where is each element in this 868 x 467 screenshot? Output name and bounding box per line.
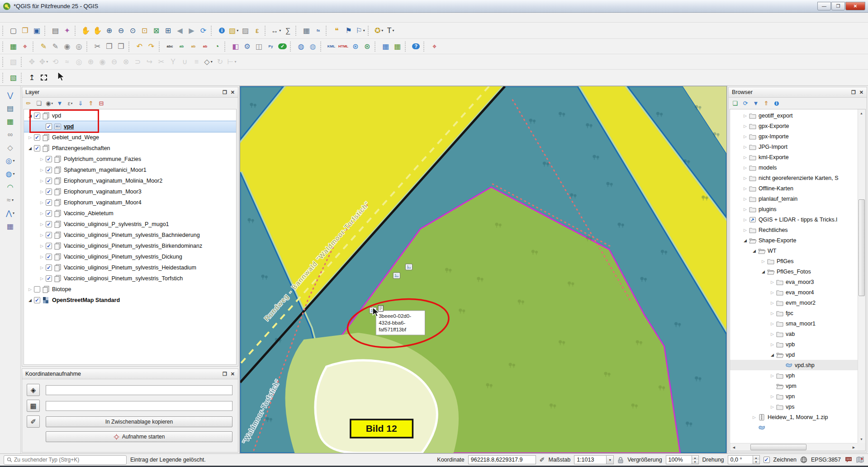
show-bookmarks-icon[interactable]: ⚐▾	[355, 25, 366, 36]
diagram-icon[interactable]: ◔	[211, 41, 223, 52]
layer-checkbox[interactable]: ✓	[46, 264, 52, 271]
rotation-input[interactable]	[728, 455, 753, 464]
expander-icon[interactable]: ▷	[38, 276, 45, 281]
menu-item[interactable]	[84, 17, 92, 19]
scroll-right-icon[interactable]: ▶	[850, 443, 858, 451]
expander-icon[interactable]: ▷	[742, 207, 749, 212]
menu-item[interactable]	[60, 17, 68, 19]
layer-row[interactable]: ◢ ✓ Pflanzengesellschaften	[24, 143, 236, 154]
expander-icon[interactable]: ◢	[27, 113, 33, 118]
magnifier-input[interactable]	[666, 455, 692, 464]
browser-row[interactable]: ◢ WT	[730, 245, 858, 256]
expander-icon[interactable]: ▷	[769, 394, 776, 399]
expander-icon[interactable]: ▷	[38, 233, 45, 237]
copy-features-icon[interactable]: ❐	[104, 41, 115, 52]
rotation-spinbox[interactable]: ▲▼	[728, 455, 760, 464]
browser-row[interactable]: ▷ geotiff_export	[730, 110, 858, 121]
menu-item[interactable]	[11, 17, 19, 19]
expander-icon[interactable]: ▷	[742, 113, 749, 118]
expander-icon[interactable]: ◢	[27, 298, 33, 302]
add-part-icon[interactable]: ⊕	[85, 56, 96, 67]
spin-down-icon[interactable]: ▼	[753, 460, 759, 464]
layer-row[interactable]: ▷ ✓ Polytrichum_commune_Fazies	[24, 154, 236, 165]
globe-tools-icon[interactable]: ◍▾	[5, 168, 16, 179]
select-region-icon[interactable]	[38, 72, 49, 83]
expander-icon[interactable]: ◢	[742, 238, 749, 243]
globe-crs-icon[interactable]	[800, 456, 807, 463]
expander-icon[interactable]: ▷	[27, 287, 33, 292]
expander-icon[interactable]: ▷	[742, 217, 749, 222]
expander-icon[interactable]: ◢	[27, 146, 33, 151]
layer-row[interactable]: ▷ ✓ Vaccinio_uliginosi_Pinetum_sylvestri…	[24, 273, 236, 284]
browser-row[interactable]: ▷ sma_moor1	[730, 318, 858, 329]
dropdown-arrow-icon[interactable]: ▾	[279, 28, 281, 33]
merge-attributes-icon[interactable]: ≡	[191, 56, 202, 67]
expander-icon[interactable]: ▷	[769, 321, 776, 326]
select-by-expression-icon[interactable]: ε	[251, 25, 263, 36]
select-features-icon[interactable]: ▧▾	[228, 25, 239, 36]
expander-icon[interactable]: ◢	[751, 249, 758, 253]
expander-icon[interactable]: ▷	[742, 165, 749, 170]
browser-row[interactable]	[730, 422, 858, 433]
table-tools-icon[interactable]: ▦	[5, 221, 16, 232]
layer-checkbox[interactable]: ✓	[46, 221, 52, 227]
layer-row[interactable]: ▷ ✓ Gebiet_und_Wege	[24, 132, 236, 143]
label-pin-icon[interactable]: ab	[188, 41, 199, 52]
delete-part-icon[interactable]: ⊗	[120, 56, 132, 67]
locator-map-icon[interactable]	[856, 456, 864, 463]
dropdown-arrow-icon[interactable]: ▾	[71, 102, 73, 105]
browser-row[interactable]: ▷ eva_moor4	[730, 287, 858, 297]
new-bookmark-icon[interactable]: ⚑	[343, 25, 354, 36]
copy-move-feature-icon[interactable]: ✥▾	[38, 56, 49, 67]
browser-row[interactable]: ▷ models	[730, 162, 858, 173]
layer-styling-icon[interactable]: ◧	[230, 41, 241, 52]
georeferencer-icon[interactable]: ▦	[8, 41, 19, 52]
browser-row[interactable]: ▷ QGIS + LIDAR - tipps & Tricks.l	[730, 214, 858, 225]
float-panel-icon[interactable]: ❐	[223, 90, 227, 95]
browser-row[interactable]: ◢ PflGes_Fotos	[730, 266, 858, 277]
spin-down-icon[interactable]: ▼	[692, 460, 698, 464]
processing-toolbox-icon[interactable]: ⚙	[242, 41, 253, 52]
close-panel-icon[interactable]: ✕	[231, 90, 235, 95]
expander-icon[interactable]: ▷	[742, 197, 749, 201]
add-ring-icon[interactable]: ◎	[73, 56, 85, 67]
spin-up-icon[interactable]: ▲	[753, 456, 759, 460]
label-highlight-icon[interactable]: ab	[199, 41, 211, 52]
scroll-thumb[interactable]	[750, 444, 806, 450]
dropdown-arrow-icon[interactable]: ▾	[363, 28, 365, 33]
float-panel-icon[interactable]: ❐	[851, 90, 856, 95]
merge-features-icon[interactable]: ∪	[179, 56, 190, 67]
browser-row[interactable]: ▷ kml-Exporte	[730, 152, 858, 162]
menu-item[interactable]	[52, 17, 60, 19]
layer-row[interactable]: ▷ Biotope	[24, 284, 236, 295]
dropdown-arrow-icon[interactable]: ▾	[12, 198, 14, 202]
add-group-icon[interactable]: ❏	[34, 99, 43, 108]
tile-tools-icon[interactable]: ▤	[5, 103, 16, 114]
search-input[interactable]	[14, 457, 123, 463]
delete-ring-icon[interactable]: ⊖	[109, 56, 120, 67]
browser-row[interactable]: ▷ vpn	[730, 391, 858, 401]
close-panel-icon[interactable]: ✕	[231, 371, 235, 377]
fill-ring-icon[interactable]: ◉	[97, 56, 108, 67]
expander-icon[interactable]: ▷	[742, 145, 749, 149]
undo-icon[interactable]: ↶	[134, 41, 145, 52]
text-annotation-icon[interactable]: T▾	[385, 25, 396, 36]
zoom-full-icon[interactable]: ⊡	[139, 25, 150, 36]
expander-icon[interactable]: ▷	[38, 222, 45, 226]
expander-icon[interactable]: ▷	[27, 135, 33, 140]
scale-input[interactable]	[574, 455, 607, 464]
browser-row[interactable]: vpm	[730, 381, 858, 391]
expander-icon[interactable]: ▷	[769, 405, 776, 409]
new-annotation-icon[interactable]: ✪▾	[373, 25, 384, 36]
menu-item[interactable]	[43, 17, 52, 19]
menu-item[interactable]	[68, 17, 76, 19]
new-project-icon[interactable]: ▢	[8, 25, 19, 36]
vector-select-tools-icon[interactable]: ⋀▾	[5, 208, 16, 219]
geometry-tools-icon[interactable]: ◇	[5, 142, 16, 153]
html-export-icon[interactable]: HTML	[337, 41, 349, 52]
map-canvas[interactable]: Rundweg - Bannwald "Waldmoor-Torfstich" …	[240, 86, 727, 453]
dropdown-arrow-icon[interactable]: ▾	[393, 28, 394, 33]
coordinate-input[interactable]	[468, 455, 536, 464]
toggle-editing-icon[interactable]: ✎	[38, 41, 49, 52]
filter-expression-icon[interactable]: ε▾	[66, 99, 75, 108]
